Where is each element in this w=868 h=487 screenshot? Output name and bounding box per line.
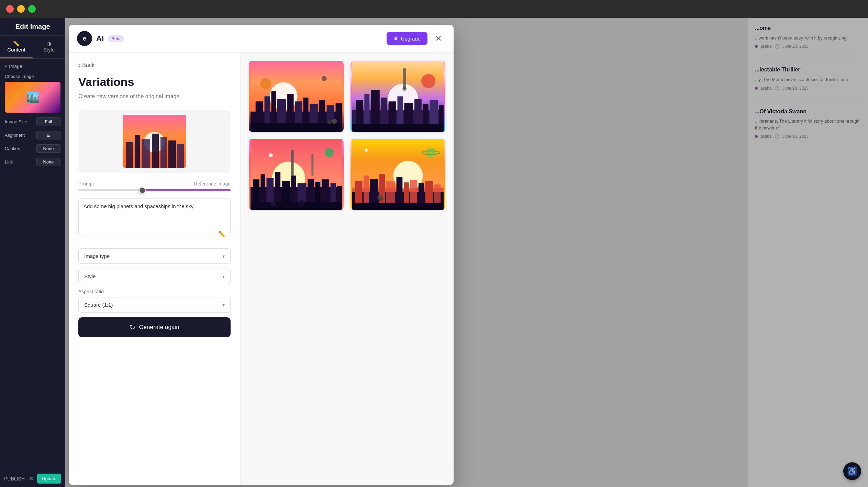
- style-dropdown[interactable]: Style ▾: [78, 269, 231, 284]
- generate-button[interactable]: ↻ Generate again: [78, 317, 231, 337]
- svg-rect-5: [152, 134, 159, 168]
- publish-close-icon[interactable]: ✕: [29, 475, 33, 482]
- style-tab-label: Style: [43, 47, 55, 53]
- svg-point-49: [269, 153, 273, 157]
- link-row: Link None: [5, 158, 60, 166]
- svg-point-27: [332, 119, 337, 124]
- image-section-title: Image: [9, 64, 22, 69]
- image-type-dropdown[interactable]: Image type ▾: [78, 248, 231, 264]
- caption-value[interactable]: None: [36, 144, 60, 153]
- image-2: [350, 61, 445, 132]
- caption-row: Caption None: [5, 144, 60, 153]
- close-window-button[interactable]: [6, 5, 14, 13]
- main-content: ...ome ...work hasn't been easy, with it…: [65, 18, 868, 487]
- svg-rect-51: [311, 154, 313, 175]
- svg-rect-4: [142, 139, 150, 168]
- alignment-label: Alignment: [5, 133, 25, 138]
- generated-image-4[interactable]: [350, 139, 445, 210]
- svg-rect-3: [135, 135, 140, 168]
- caption-label: Caption: [5, 146, 20, 151]
- reference-image: [123, 115, 186, 168]
- tab-style[interactable]: ◑ Style: [33, 36, 65, 58]
- modal-close-button[interactable]: ✕: [432, 32, 445, 45]
- svg-point-66: [298, 200, 304, 206]
- svg-point-70: [426, 148, 436, 158]
- image-size-label: Image Size: [5, 119, 27, 124]
- choose-image-label: Choose Image: [5, 74, 60, 79]
- sidebar-tab-bar: ✏️ Content ◑ Style: [0, 36, 65, 59]
- svg-rect-65: [251, 202, 342, 210]
- tab-content[interactable]: ✏️ Content: [0, 36, 33, 58]
- svg-rect-45: [352, 124, 444, 132]
- svg-point-12: [322, 76, 327, 81]
- image-1-container: [249, 61, 344, 132]
- reference-image-placeholder: [123, 115, 186, 168]
- svg-rect-86: [352, 203, 444, 210]
- link-label: Link: [5, 159, 13, 165]
- ai-modal: e AI Beta ♛ Upgrade ✕ ‹: [69, 25, 454, 485]
- style-tab-icon: ◑: [33, 41, 65, 47]
- slider-thumb[interactable]: [139, 187, 146, 194]
- svg-point-26: [327, 120, 331, 124]
- back-button[interactable]: ‹ Back: [78, 62, 94, 68]
- generate-label: Generate again: [139, 324, 179, 331]
- svg-rect-50: [291, 150, 293, 175]
- edit-prompt-icon[interactable]: ✏️: [218, 230, 226, 238]
- aspect-ratio-dropdown[interactable]: Square (1:1) ▾: [78, 297, 231, 313]
- slider-track[interactable]: [78, 189, 231, 191]
- svg-rect-7: [168, 140, 176, 168]
- svg-point-48: [325, 148, 334, 157]
- image-type-arrow-icon: ▾: [222, 253, 225, 259]
- publish-label[interactable]: PUBLISH: [4, 476, 25, 482]
- section-collapse-arrow[interactable]: ▾: [5, 64, 7, 69]
- image-size-value[interactable]: Full: [36, 117, 60, 126]
- generate-refresh-icon: ↻: [130, 323, 135, 331]
- svg-point-11: [260, 78, 271, 89]
- alignment-value[interactable]: ⊟: [36, 131, 60, 139]
- prompt-textarea[interactable]: Add some big planets and spaceships in t…: [78, 198, 231, 236]
- sidebar-content-area: ▾ Image Choose Image 🏙️ Image Size Full …: [0, 59, 65, 472]
- generated-image-2[interactable]: [350, 61, 445, 132]
- sidebar-title: Edit Image: [0, 18, 65, 36]
- style-arrow-icon: ▾: [222, 274, 225, 279]
- upgrade-button[interactable]: ♛ Upgrade: [387, 32, 427, 45]
- ai-logo: e: [77, 31, 92, 46]
- publish-bar: PUBLISH ✕ Update: [0, 470, 65, 487]
- image-preview-thumbnail[interactable]: 🏙️: [5, 82, 60, 113]
- slider-right-label: Reference image: [194, 181, 231, 186]
- image-4-container: [350, 139, 445, 210]
- svg-rect-6: [160, 137, 167, 168]
- link-value[interactable]: None: [36, 158, 60, 166]
- svg-point-88: [378, 194, 383, 199]
- slider-left-label: Prompt: [78, 181, 94, 186]
- right-panel: [241, 53, 454, 485]
- svg-rect-2: [126, 142, 133, 168]
- svg-rect-8: [177, 144, 184, 168]
- minimize-window-button[interactable]: [17, 5, 25, 13]
- svg-point-67: [271, 201, 276, 206]
- image-4: [350, 139, 445, 210]
- alignment-row: Alignment ⊟: [5, 131, 60, 139]
- style-label: Style: [84, 273, 96, 279]
- image-size-row: Image Size Full: [5, 117, 60, 126]
- reference-image-container: [78, 110, 231, 173]
- generated-image-3[interactable]: [249, 139, 344, 210]
- titlebar: [0, 0, 868, 18]
- modal-header-right: ♛ Upgrade ✕: [387, 32, 445, 45]
- image-3: [249, 139, 344, 210]
- content-tab-label: Content: [7, 47, 25, 53]
- image-3-container: [249, 139, 344, 210]
- modal-body: ‹ Back Variations Create new versions of…: [69, 53, 454, 485]
- maximize-window-button[interactable]: [28, 5, 36, 13]
- slider-labels: Prompt Reference image: [78, 181, 231, 186]
- generated-image-1[interactable]: [249, 61, 344, 132]
- upgrade-label: Upgrade: [401, 36, 421, 42]
- image-section-header: ▾ Image: [5, 64, 60, 69]
- thumbnail-placeholder-icon: 🏙️: [26, 91, 39, 103]
- aspect-ratio-value: Square (1:1): [84, 302, 113, 308]
- svg-point-32: [402, 87, 407, 91]
- content-tab-icon: ✏️: [0, 41, 33, 47]
- modal-overlay: e AI Beta ♛ Upgrade ✕ ‹: [65, 18, 868, 487]
- update-button[interactable]: Update: [37, 474, 61, 484]
- aspect-ratio-arrow-icon: ▾: [222, 302, 225, 308]
